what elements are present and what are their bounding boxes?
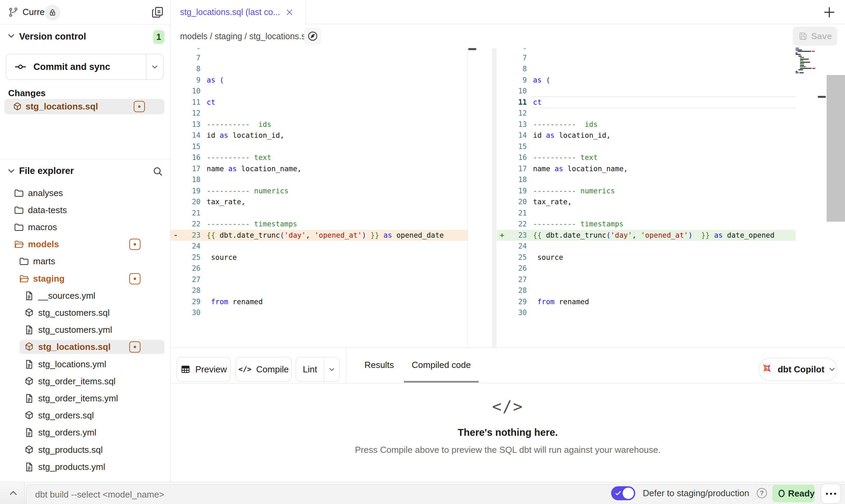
editor-tab[interactable]: stg_locations.sql (last co... [171, 0, 306, 24]
help-icon[interactable]: ? [757, 488, 767, 498]
file-explorer-item-data-tests[interactable]: data-tests [0, 203, 170, 217]
code-line-11[interactable]: 11ct [171, 97, 468, 108]
search-icon[interactable] [152, 166, 164, 177]
commit-and-sync-button[interactable]: Commit and sync [6, 54, 154, 79]
lineage-compass-button[interactable] [304, 28, 321, 45]
code-line-19[interactable]: 19---------- numerics [171, 186, 468, 197]
code-line-28[interactable]: 28 [171, 285, 468, 296]
lint-button[interactable]: Lint [296, 364, 324, 375]
code-line-8[interactable]: 8 [171, 63, 468, 75]
code-line-10[interactable]: 10 [171, 86, 468, 97]
file-explorer-item-stg_orders.yml[interactable]: stg_orders.yml [0, 426, 170, 440]
file-explorer-item-staging[interactable]: staging [0, 272, 170, 286]
file-explorer-item-analyses[interactable]: analyses [0, 186, 170, 200]
code-line-11[interactable]: 11ct [497, 97, 796, 108]
file-explorer-chevron-icon[interactable] [8, 168, 15, 173]
defer-toggle[interactable] [611, 486, 635, 500]
code-line-28[interactable]: 28 [497, 285, 796, 296]
window-scrollbar[interactable] [827, 75, 845, 222]
commit-options-dropdown[interactable] [146, 54, 163, 79]
code-line-26[interactable]: 26 [171, 263, 468, 274]
dbt-copilot-button[interactable]: dbt Copilot [759, 358, 837, 381]
code-line-25[interactable]: 25 source [497, 252, 796, 263]
left-pane-scrollbar-thumb[interactable] [468, 48, 476, 50]
code-line-27[interactable]: 27 [497, 274, 796, 285]
code-line-21[interactable]: 21 [171, 208, 468, 219]
code-line-19[interactable]: 19---------- numerics [497, 186, 796, 197]
code-line-27[interactable]: 27 [171, 274, 468, 285]
file-explorer-item-stg_order_items.sql[interactable]: stg_order_items.sql [0, 374, 170, 388]
file-explorer-item-models[interactable]: models [0, 237, 170, 251]
code-line-15[interactable]: 15 [171, 141, 468, 152]
code-line-9[interactable]: 9as ( [171, 75, 468, 86]
changed-file-row[interactable]: stg_locations.sql [4, 99, 164, 114]
file-explorer-item-stg_order_items.yml[interactable]: stg_order_items.yml [0, 391, 170, 405]
code-line-26[interactable]: 26 [497, 263, 796, 274]
code-line-30[interactable]: 30 [497, 307, 796, 318]
code-line-6[interactable]: 6 [171, 48, 468, 53]
file-explorer-item-macros[interactable]: macros [0, 220, 170, 234]
code-line-18[interactable]: 18 [497, 174, 796, 186]
code-line-23[interactable]: -23{{ dbt.date_trunc('day', 'opened_at')… [171, 230, 468, 241]
code-line-18[interactable]: 18 [171, 174, 468, 186]
chevron-up-icon[interactable] [9, 490, 18, 496]
code-line-17[interactable]: 17name as location_name, [171, 163, 468, 175]
diff-editor-original[interactable]: 6789as (1011ct1213---------- ids14id as … [171, 48, 468, 347]
file-explorer-item-stg_locations.sql[interactable]: stg_locations.sql [0, 340, 170, 354]
code-line-14[interactable]: 14id as location_id, [497, 130, 796, 141]
file-explorer-item-stg_products.yml[interactable]: stg_products.yml [0, 460, 170, 474]
code-line-16[interactable]: 16---------- text [171, 152, 468, 163]
code-line-17[interactable]: 17name as location_name, [497, 163, 796, 175]
file-explorer-item-stg_customers.yml[interactable]: stg_customers.yml [0, 323, 170, 337]
minimap[interactable] [796, 47, 817, 74]
code-line-29[interactable]: 29 from renamed [497, 296, 796, 308]
code-line-13[interactable]: 13---------- ids [171, 119, 468, 130]
save-button[interactable]: Save [793, 27, 837, 46]
code-line-25[interactable]: 25 source [171, 252, 468, 263]
breadcrumb[interactable]: models / staging / stg_locations.sql [180, 24, 312, 48]
code-line-20[interactable]: 20tax_rate, [497, 196, 796, 208]
version-control-chevron-icon[interactable] [8, 33, 15, 38]
code-line-22[interactable]: 22---------- timestamps [171, 219, 468, 230]
code-line-8[interactable]: 8 [497, 63, 796, 75]
file-explorer-item-stg_products.sql[interactable]: stg_products.sql [0, 443, 170, 457]
code-line-14[interactable]: 14id as location_id, [171, 130, 468, 141]
code-line-7[interactable]: 7 [497, 53, 796, 64]
code-line-6[interactable]: 6 [497, 48, 796, 53]
code-line-12[interactable]: 12 [171, 108, 468, 119]
new-tab-plus-icon[interactable] [822, 5, 837, 20]
close-icon[interactable] [285, 8, 294, 17]
code-line-24[interactable]: 24 [171, 241, 468, 252]
file-explorer-item-stg_orders.sql[interactable]: stg_orders.sql [0, 409, 170, 423]
version-control-title[interactable]: Version control [19, 31, 86, 42]
file-explorer-item-stg_customers.sql[interactable]: stg_customers.sql [0, 306, 170, 320]
code-line-20[interactable]: 20tax_rate, [171, 196, 468, 208]
diff-editor-modified[interactable]: 6789as (1011ct1213---------- ids14id as … [497, 48, 796, 347]
code-line-21[interactable]: 21 [497, 208, 796, 219]
code-line-10[interactable]: 10 [497, 86, 796, 97]
file-explorer-item-marts[interactable]: marts [0, 254, 170, 268]
code-line-9[interactable]: 9as ( [497, 75, 796, 86]
overflow-menu-button[interactable] [821, 484, 841, 504]
preview-button[interactable]: Preview [177, 357, 231, 382]
copy-files-icon[interactable] [151, 5, 164, 19]
status-badge[interactable]: Ready [772, 485, 815, 502]
code-line-13[interactable]: 13---------- ids [497, 119, 796, 130]
compile-button[interactable]: </> Compile [236, 357, 292, 382]
file-explorer-item-stg_locations.yml[interactable]: stg_locations.yml [0, 357, 170, 371]
lint-dropdown[interactable] [324, 357, 339, 381]
code-line-23[interactable]: +23{{ dbt.date_trunc('day', 'opened_at')… [497, 230, 796, 241]
code-line-7[interactable]: 7 [171, 53, 468, 64]
tab-results[interactable]: Results [355, 348, 404, 382]
code-line-29[interactable]: 29 from renamed [171, 296, 468, 308]
code-line-24[interactable]: 24 [497, 241, 796, 252]
code-line-30[interactable]: 30 [171, 307, 468, 318]
right-pane-scrollbar-thumb[interactable] [818, 96, 826, 98]
tab-compiled-code[interactable]: Compiled code [404, 348, 479, 382]
code-line-12[interactable]: 12 [497, 108, 796, 119]
command-input[interactable]: dbt build --select <model_name> [35, 485, 164, 504]
file-explorer-item-__sources.yml[interactable]: __sources.yml [0, 289, 170, 303]
code-line-16[interactable]: 16---------- text [497, 152, 796, 163]
code-line-22[interactable]: 22---------- timestamps [497, 219, 796, 230]
file-explorer-title[interactable]: File explorer [19, 166, 74, 176]
